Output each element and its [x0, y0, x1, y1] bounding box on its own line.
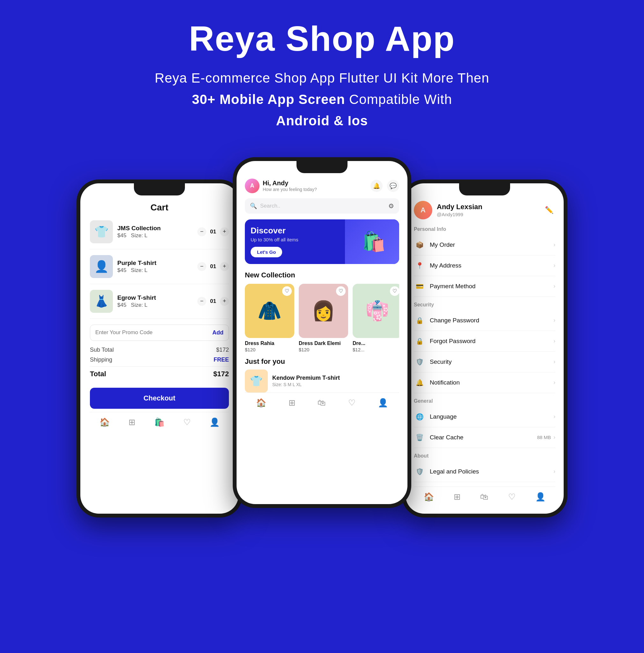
- menu-language[interactable]: 🌐 Language ›: [414, 407, 555, 427]
- cart-qty-2[interactable]: − 01 +: [197, 262, 229, 271]
- person-icon-2: 👤: [94, 260, 109, 273]
- edit-profile-icon[interactable]: ✏️: [543, 204, 555, 217]
- qty-plus-3[interactable]: +: [220, 297, 229, 306]
- product-card-1[interactable]: 🧥 ♡ Dress Rahia $120: [245, 284, 294, 352]
- total-value: $172: [213, 370, 229, 378]
- lets-go-button[interactable]: Let's Go: [251, 247, 282, 257]
- qty-minus-1[interactable]: −: [197, 227, 206, 236]
- menu-payment[interactable]: 💳 Payment Method ›: [414, 276, 555, 297]
- qty-minus-2[interactable]: −: [197, 262, 206, 271]
- cart-item-2: 👤 Purple T-shirt $45 Size: L − 01 +: [90, 255, 229, 284]
- subtotal-row: Sub Total $172: [90, 346, 229, 353]
- notification-icon[interactable]: 🔔: [370, 180, 382, 192]
- product-price-2: $120: [299, 347, 348, 352]
- cart-qty-3[interactable]: − 01 +: [197, 297, 229, 306]
- filter-icon[interactable]: ⚙: [388, 202, 394, 210]
- product-card-2[interactable]: 👩 ♡ Dress Dark Elemi $120: [299, 284, 348, 352]
- nav-heart-icon[interactable]: ♡: [183, 417, 191, 427]
- cart-screen: Cart 👕 JMS Collection $45 Size: L − 01 +: [80, 183, 239, 437]
- language-label: Language: [430, 413, 457, 420]
- jfy-img: 👕: [245, 369, 268, 392]
- clear-cache-icon: 🗑️: [414, 432, 425, 443]
- menu-clear-cache-left: 🗑️ Clear Cache: [414, 432, 464, 443]
- cart-item-1: 👕 JMS Collection $45 Size: L − 01 +: [90, 220, 229, 249]
- qty-plus-1[interactable]: +: [220, 227, 229, 236]
- nav-grid-icon[interactable]: ⊞: [128, 417, 135, 427]
- search-bar[interactable]: 🔍 Search.. ⚙: [245, 198, 399, 214]
- profile-screen: A Andy Lexsian @Andy1999 ✏️ Personal Inf…: [405, 183, 564, 514]
- profile-nav-bag-icon[interactable]: 🛍: [480, 492, 489, 502]
- product-name-3: Dre...: [353, 341, 399, 346]
- cart-qty-1[interactable]: − 01 +: [197, 227, 229, 236]
- address-label: My Address: [430, 262, 461, 269]
- home-nav-grid-icon[interactable]: ⊞: [289, 398, 296, 408]
- payment-icon: 💳: [414, 281, 425, 292]
- cart-item-name-2: Purple T-shirt: [117, 260, 193, 267]
- menu-my-address[interactable]: 📍 My Address ›: [414, 256, 555, 276]
- home-nav-heart-icon[interactable]: ♡: [348, 398, 355, 408]
- menu-notification-left: 🔔 Notification: [414, 377, 460, 388]
- product-card-3[interactable]: 👘 ♡ Dre... $12...: [353, 284, 399, 352]
- nav-profile-icon[interactable]: 👤: [209, 417, 220, 427]
- profile-nav-profile-icon[interactable]: 👤: [535, 492, 545, 502]
- notification-label: Notification: [430, 379, 460, 386]
- product-heart-3[interactable]: ♡: [390, 286, 399, 296]
- promo-container[interactable]: Add: [90, 324, 229, 341]
- profile-phone: A Andy Lexsian @Andy1999 ✏️ Personal Inf…: [402, 179, 568, 517]
- shipping-label: Shipping: [90, 357, 112, 363]
- menu-clear-cache[interactable]: 🗑️ Clear Cache 88 MB ›: [414, 427, 555, 448]
- search-icon: 🔍: [250, 202, 257, 210]
- promo-input[interactable]: [95, 329, 212, 336]
- new-collection-title: New Collection: [245, 271, 399, 279]
- subtitle-rest: Compatible With: [345, 92, 452, 107]
- nav-cart-icon[interactable]: 🛍️: [154, 417, 165, 427]
- product-heart-2[interactable]: ♡: [336, 286, 346, 296]
- discover-title: Discover: [251, 226, 298, 236]
- user-info: A Hi, Andy How are you feeling today?: [245, 178, 317, 193]
- change-pwd-icon: 🔒: [414, 315, 425, 326]
- menu-security[interactable]: 🛡️ Security ›: [414, 352, 555, 372]
- clear-cache-right: 88 MB ›: [537, 434, 555, 441]
- menu-notification[interactable]: 🔔 Notification ›: [414, 372, 555, 393]
- products-grid: 🧥 ♡ Dress Rahia $120 👩 ♡ Dress Dark Elem…: [245, 284, 399, 352]
- qty-minus-3[interactable]: −: [197, 297, 206, 306]
- product-heart-1[interactable]: ♡: [282, 286, 292, 296]
- qty-plus-2[interactable]: +: [220, 262, 229, 271]
- cart-summary: Sub Total $172 Shipping FREE Total $172: [90, 346, 229, 378]
- order-chevron: ›: [553, 241, 555, 248]
- subtotal-label: Sub Total: [90, 346, 114, 353]
- subtitle-bold: 30+ Mobile App Screen: [192, 92, 345, 107]
- menu-change-password[interactable]: 🔒 Change Password ›: [414, 310, 555, 331]
- promo-add-button[interactable]: Add: [212, 329, 223, 336]
- profile-username: @Andy1999: [437, 212, 482, 217]
- security-label: Security: [430, 358, 452, 365]
- notch-2: [297, 161, 347, 173]
- menu-legal[interactable]: 🛡️ Legal and Policies ›: [414, 461, 555, 482]
- address-chevron: ›: [553, 262, 555, 269]
- chat-icon[interactable]: 💬: [387, 180, 399, 192]
- notch-1: [134, 183, 185, 195]
- cart-item-info-1: JMS Collection $45 Size: L: [117, 225, 193, 239]
- address-icon: 📍: [414, 260, 425, 271]
- shipping-value: FREE: [214, 357, 229, 363]
- menu-payment-left: 💳 Payment Method: [414, 281, 476, 292]
- profile-nav-heart-icon[interactable]: ♡: [508, 492, 516, 502]
- profile-nav-home-icon[interactable]: 🏠: [424, 492, 434, 502]
- order-label: My Order: [430, 241, 455, 248]
- forgot-pwd-icon: 🔒: [414, 335, 425, 347]
- home-nav-bag-icon[interactable]: 🛍: [318, 398, 326, 408]
- checkout-button[interactable]: Checkout: [90, 388, 229, 409]
- menu-my-order[interactable]: 📦 My Order ›: [414, 235, 555, 256]
- product-price-3: $12...: [353, 347, 399, 352]
- section-about-label: About: [414, 453, 555, 459]
- language-icon: 🌐: [414, 411, 425, 422]
- change-pwd-label: Change Password: [430, 317, 479, 324]
- home-phone: A Hi, Andy How are you feeling today? 🔔 …: [233, 157, 411, 508]
- menu-forgot-password[interactable]: 🔒 Forgot Password ›: [414, 331, 555, 352]
- user-avatar: A: [245, 178, 259, 193]
- nav-home-icon[interactable]: 🏠: [99, 417, 110, 427]
- home-nav-profile-icon[interactable]: 👤: [378, 398, 388, 408]
- profile-nav-grid-icon[interactable]: ⊞: [454, 492, 461, 502]
- jfy-item[interactable]: 👕 Kendow Premium T-shirt Size: S M L XL: [245, 369, 399, 392]
- home-nav-home-icon[interactable]: 🏠: [256, 398, 266, 408]
